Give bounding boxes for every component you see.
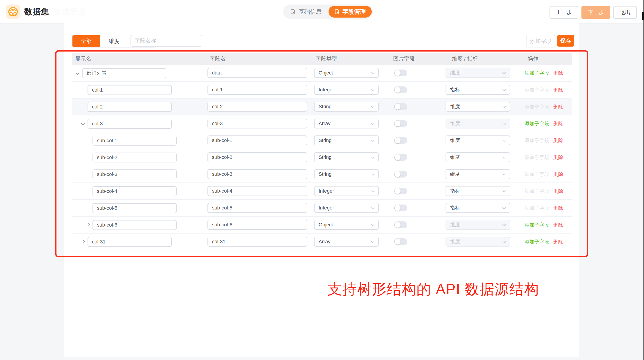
dimension-metric-select[interactable]: 维度 (446, 169, 510, 179)
field-type-select[interactable]: Integer (314, 85, 379, 95)
field-type-select[interactable]: Integer (314, 186, 379, 196)
field-name-input[interactable] (208, 85, 307, 95)
add-child-field-link[interactable]: 添加子字段 (524, 238, 549, 245)
delete-link[interactable]: 删除 (553, 171, 563, 178)
field-name-input[interactable] (208, 152, 307, 162)
row-actions: 添加子字段 删除 (524, 132, 563, 149)
field-type-select[interactable]: Object (314, 68, 379, 78)
column-header-field-name: 字段名 (210, 53, 226, 65)
chevron-down-icon (371, 122, 374, 125)
field-type-select[interactable]: String (314, 102, 379, 112)
display-name-input[interactable] (82, 68, 166, 78)
image-field-toggle[interactable] (394, 137, 407, 144)
tree-expand-icon[interactable] (81, 240, 85, 244)
next-step-button[interactable]: 下一步 (582, 6, 610, 19)
scrollbar-thumb[interactable] (642, 12, 644, 20)
tab-field-management[interactable]: 字段管理 (328, 6, 372, 18)
image-field-toggle[interactable] (394, 86, 407, 93)
field-name-input[interactable] (208, 102, 307, 112)
dimension-metric-select[interactable]: 维度 (446, 136, 510, 145)
field-name-input[interactable] (208, 186, 307, 196)
field-name-input[interactable] (208, 136, 307, 145)
field-name-input[interactable] (208, 169, 307, 179)
add-field-button[interactable]: 添加字段 (526, 35, 555, 48)
edit-document-icon (290, 9, 296, 14)
delete-link[interactable]: 删除 (553, 238, 563, 245)
dimension-metric-select[interactable]: 维度 (446, 237, 510, 246)
field-type-select[interactable]: Array (314, 118, 379, 128)
field-type-select[interactable]: Object (314, 220, 379, 230)
exit-button[interactable]: 退出 (614, 6, 637, 19)
dimension-metric-select[interactable]: 指标 (446, 186, 510, 196)
add-child-field-link[interactable]: 添加子字段 (524, 120, 549, 127)
delete-link[interactable]: 删除 (553, 120, 563, 127)
row-actions: 添加子字段 删除 (524, 200, 563, 216)
field-name-search-input[interactable] (130, 35, 202, 46)
delete-link[interactable]: 删除 (553, 70, 563, 76)
field-type-select[interactable]: String (314, 169, 379, 179)
display-name-input[interactable] (92, 186, 177, 196)
field-type-select[interactable]: String (314, 136, 379, 145)
filter-all-button[interactable]: 全部 (72, 35, 100, 47)
add-child-field-link[interactable]: 添加子字段 (524, 222, 549, 228)
dimension-metric-value: 维度 (450, 222, 460, 228)
dimension-metric-select[interactable]: 指标 (446, 203, 510, 213)
display-name-input[interactable] (88, 119, 172, 129)
field-type-select[interactable]: Integer (314, 203, 379, 213)
delete-link[interactable]: 删除 (553, 188, 563, 194)
field-name-input[interactable] (208, 220, 307, 230)
delete-link[interactable]: 删除 (553, 154, 563, 161)
dimension-metric-select[interactable]: 维度 (446, 152, 510, 162)
field-name-input[interactable] (208, 68, 307, 78)
table-row: Array 维度 添加子字段 删除 (72, 116, 572, 132)
delete-link[interactable]: 删除 (553, 86, 563, 94)
field-type-select[interactable]: String (314, 152, 379, 162)
toggle-knob (395, 70, 400, 76)
dimension-metric-select[interactable]: 维度 (446, 102, 510, 112)
delete-link[interactable]: 删除 (553, 222, 563, 228)
image-field-toggle[interactable] (394, 70, 407, 76)
image-field-toggle[interactable] (394, 103, 407, 110)
display-name-input[interactable] (92, 170, 177, 179)
tree-expand-icon[interactable] (76, 71, 80, 75)
field-type-value: Array (318, 239, 330, 244)
toggle-knob (395, 120, 400, 126)
display-name-input[interactable] (88, 85, 172, 95)
tree-expand-icon[interactable] (81, 122, 85, 126)
tree-expand-icon[interactable] (86, 223, 90, 227)
image-field-toggle[interactable] (394, 238, 407, 245)
tab-basic-info[interactable]: 基础信息 (284, 6, 328, 18)
save-button[interactable]: 保存 (557, 35, 574, 46)
table-row: Integer 指标 添加子字段 删除 (72, 200, 572, 217)
display-name-input[interactable] (88, 237, 172, 247)
image-field-toggle[interactable] (394, 222, 407, 228)
toggle-knob (395, 138, 400, 143)
field-name-input[interactable] (208, 237, 307, 246)
image-field-toggle[interactable] (394, 120, 407, 127)
chevron-down-icon (371, 105, 374, 108)
delete-link[interactable]: 删除 (553, 104, 563, 110)
filter-dimension-button[interactable]: 维度 (100, 35, 128, 47)
delete-link[interactable]: 删除 (553, 137, 563, 144)
display-name-input[interactable] (92, 136, 177, 146)
display-name-input[interactable] (92, 220, 177, 230)
image-field-toggle[interactable] (394, 171, 407, 178)
dimension-metric-select[interactable]: 指标 (446, 85, 510, 95)
scrollbar-track[interactable] (643, 0, 644, 360)
field-name-input[interactable] (208, 118, 307, 128)
display-name-input[interactable] (92, 152, 177, 162)
field-name-input[interactable] (208, 203, 307, 213)
dimension-metric-select[interactable]: 维度 (446, 220, 510, 230)
field-type-select[interactable]: Array (314, 237, 379, 246)
display-name-input[interactable] (88, 102, 172, 112)
column-header-field-type: 字段类型 (316, 53, 337, 65)
add-child-field-link[interactable]: 添加子字段 (524, 70, 549, 76)
image-field-toggle[interactable] (394, 188, 407, 194)
delete-link[interactable]: 删除 (553, 205, 563, 212)
image-field-toggle[interactable] (394, 154, 407, 161)
previous-step-button[interactable]: 上一步 (550, 6, 578, 19)
dimension-metric-select[interactable]: 维度 (446, 118, 510, 128)
image-field-toggle[interactable] (394, 204, 407, 211)
display-name-input[interactable] (92, 203, 177, 213)
dimension-metric-select[interactable]: 维度 (446, 68, 510, 78)
